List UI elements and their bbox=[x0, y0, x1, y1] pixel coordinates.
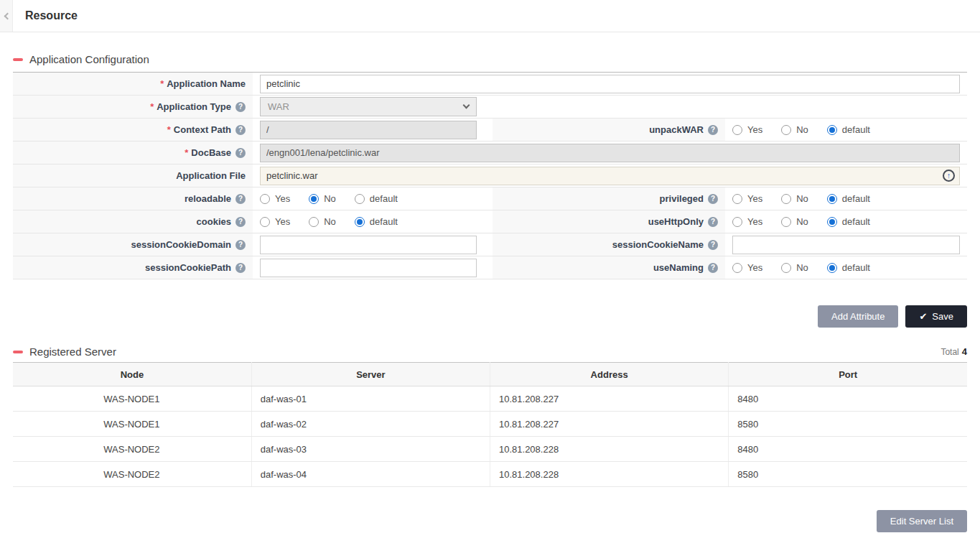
help-icon[interactable]: ? bbox=[235, 217, 246, 227]
total-count: Total4 bbox=[941, 346, 967, 357]
radio-icon bbox=[355, 217, 365, 227]
save-button[interactable]: ✔ Save bbox=[905, 305, 967, 328]
sessioncookiename-label: sessionCookieName ? bbox=[493, 233, 725, 256]
app-config-form: * Application Name * Application Type ? … bbox=[13, 72, 967, 279]
cookies-radio-default[interactable]: default bbox=[355, 216, 398, 227]
context-path-label: * Context Path ? bbox=[13, 119, 253, 141]
help-icon[interactable]: ? bbox=[708, 194, 718, 204]
usenaming-radio-default[interactable]: default bbox=[827, 262, 870, 273]
chevron-down-icon bbox=[463, 102, 470, 109]
reloadable-radio-yes[interactable]: Yes bbox=[260, 193, 290, 204]
cookies-field: Yes No default bbox=[253, 210, 493, 233]
help-icon[interactable]: ? bbox=[235, 240, 246, 250]
reloadable-radio-default[interactable]: default bbox=[355, 193, 398, 204]
help-icon[interactable]: ? bbox=[708, 217, 718, 227]
sessioncookiepath-input[interactable] bbox=[260, 259, 477, 277]
cell-address: 10.81.208.227 bbox=[490, 412, 729, 437]
label-text: sessionCookieDomain bbox=[131, 239, 231, 250]
radio-icon bbox=[309, 217, 319, 227]
label-text: useNaming bbox=[653, 262, 704, 273]
cookies-radio-yes[interactable]: Yes bbox=[260, 216, 290, 227]
back-button[interactable] bbox=[0, 0, 13, 32]
radio-label: No bbox=[324, 193, 336, 204]
help-icon[interactable]: ? bbox=[235, 102, 246, 112]
privileged-radio-yes[interactable]: Yes bbox=[732, 193, 762, 204]
check-icon: ✔ bbox=[919, 311, 927, 322]
unpackwar-label: unpackWAR ? bbox=[493, 119, 725, 141]
row-application-type: * Application Type ? WAR bbox=[13, 96, 967, 119]
reloadable-radio-no[interactable]: No bbox=[309, 193, 336, 204]
label-text: Application File bbox=[176, 170, 246, 181]
unpackwar-radio-group: Yes No default bbox=[732, 124, 870, 135]
row-cookies-usehttponly: cookies ? Yes No default bbox=[13, 210, 967, 233]
radio-label: default bbox=[842, 262, 870, 273]
save-label: Save bbox=[932, 311, 953, 322]
help-icon[interactable]: ? bbox=[708, 263, 718, 273]
cell-address: 10.81.208.228 bbox=[490, 462, 729, 487]
table-row: WAS-NODE1 daf-was-02 10.81.208.227 8580 bbox=[13, 412, 967, 437]
usenaming-field: Yes No default bbox=[725, 256, 967, 279]
sessioncookiedomain-field bbox=[253, 233, 493, 256]
sessioncookiepath-label: sessionCookiePath ? bbox=[13, 256, 253, 279]
usehttponly-radio-default[interactable]: default bbox=[827, 216, 870, 227]
usehttponly-radio-yes[interactable]: Yes bbox=[732, 216, 762, 227]
usehttponly-radio-no[interactable]: No bbox=[781, 216, 808, 227]
table-row: WAS-NODE2 daf-was-04 10.81.208.228 8580 bbox=[13, 462, 967, 487]
col-server: Server bbox=[251, 363, 490, 386]
radio-icon bbox=[827, 263, 837, 273]
server-actions: Edit Server List bbox=[13, 510, 967, 532]
sessioncookiedomain-input[interactable] bbox=[260, 236, 477, 254]
cell-node: WAS-NODE1 bbox=[13, 386, 251, 412]
reloadable-radio-group: Yes No default bbox=[260, 193, 398, 204]
radio-label: Yes bbox=[747, 124, 762, 135]
help-icon[interactable]: ? bbox=[708, 125, 718, 135]
cell-port: 8580 bbox=[729, 412, 967, 437]
sessioncookiename-input[interactable] bbox=[732, 236, 960, 254]
add-attribute-button[interactable]: Add Attribute bbox=[818, 305, 898, 328]
section-dash-icon bbox=[13, 351, 23, 353]
label-text: privileged bbox=[660, 193, 704, 204]
unpackwar-field: Yes No default bbox=[725, 119, 967, 141]
unpackwar-radio-no[interactable]: No bbox=[781, 124, 808, 135]
radio-label: default bbox=[370, 193, 398, 204]
radio-label: Yes bbox=[747, 262, 762, 273]
usenaming-radio-no[interactable]: No bbox=[781, 262, 808, 273]
radio-icon bbox=[827, 194, 837, 204]
required-marker: * bbox=[150, 101, 154, 112]
radio-icon bbox=[827, 125, 837, 135]
application-type-field: WAR bbox=[253, 96, 967, 118]
help-icon[interactable]: ? bbox=[708, 240, 718, 250]
app-config-title: Application Configuration bbox=[29, 53, 149, 65]
cell-address: 10.81.208.228 bbox=[490, 437, 729, 462]
unpackwar-radio-default[interactable]: default bbox=[827, 124, 870, 135]
cell-address: 10.81.208.227 bbox=[490, 386, 729, 412]
upload-icon[interactable]: ↑ bbox=[943, 170, 955, 182]
cell-node: WAS-NODE2 bbox=[13, 462, 251, 487]
radio-icon bbox=[355, 194, 365, 204]
total-value: 4 bbox=[962, 346, 967, 357]
radio-icon bbox=[781, 217, 791, 227]
table-header-row: Node Server Address Port bbox=[13, 363, 967, 386]
privileged-radio-default[interactable]: default bbox=[827, 193, 870, 204]
radio-icon bbox=[781, 263, 791, 273]
help-icon[interactable]: ? bbox=[235, 148, 246, 158]
label-text: Application Name bbox=[167, 78, 246, 89]
required-marker: * bbox=[160, 78, 164, 89]
application-name-input[interactable] bbox=[260, 75, 960, 93]
context-path-field bbox=[253, 119, 493, 141]
privileged-radio-no[interactable]: No bbox=[781, 193, 808, 204]
help-icon[interactable]: ? bbox=[235, 125, 246, 135]
radio-icon bbox=[260, 217, 270, 227]
application-name-field bbox=[253, 73, 967, 95]
label-text: sessionCookieName bbox=[612, 239, 704, 250]
radio-icon bbox=[260, 194, 270, 204]
row-sessioncookiedomain-name: sessionCookieDomain ? sessionCookieName … bbox=[13, 233, 967, 256]
cookies-radio-no[interactable]: No bbox=[309, 216, 336, 227]
usenaming-radio-yes[interactable]: Yes bbox=[732, 262, 762, 273]
edit-server-list-button[interactable]: Edit Server List bbox=[877, 510, 967, 532]
help-icon[interactable]: ? bbox=[235, 263, 246, 273]
unpackwar-radio-yes[interactable]: Yes bbox=[732, 124, 762, 135]
help-icon[interactable]: ? bbox=[235, 194, 246, 204]
cell-server: daf-was-01 bbox=[251, 386, 490, 412]
cell-node: WAS-NODE2 bbox=[13, 437, 251, 462]
